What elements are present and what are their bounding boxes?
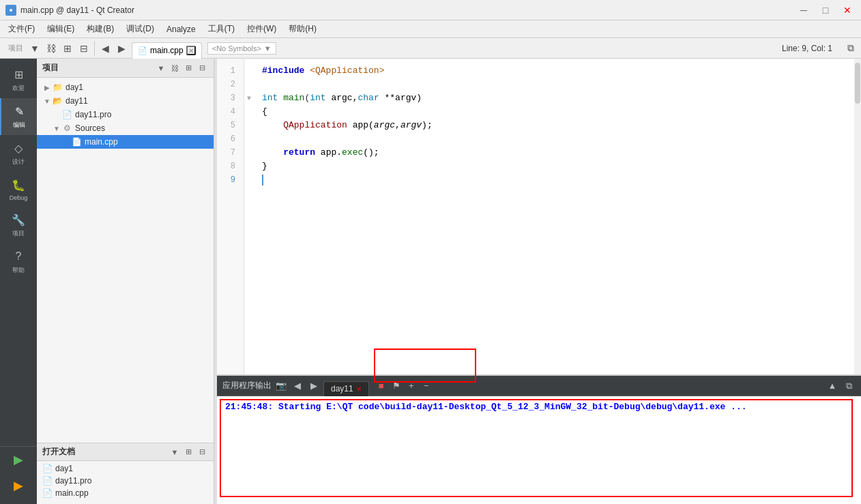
- doc-item-day1[interactable]: 📄 day1: [37, 462, 214, 475]
- output-toolbar: 应用程序输出 📷 ◀ ▶ day11 ✕ ■: [217, 376, 861, 396]
- code-include-file: <QApplication>: [310, 64, 384, 78]
- day11-folder-icon: 📂: [52, 95, 63, 106]
- code-content[interactable]: #include <QApplication> int main(int arg…: [254, 59, 854, 374]
- sidebar-run-debug-btn[interactable]: ▶: [0, 473, 37, 499]
- minimize-button[interactable]: ─: [796, 4, 812, 16]
- sidebar-build-btn[interactable]: 🔧: [0, 499, 37, 504]
- code-argv-italic: argv: [400, 119, 422, 132]
- code-int-2: int: [310, 91, 331, 105]
- output-snapshot-btn[interactable]: 📷: [274, 379, 288, 393]
- tree-item-day11-pro[interactable]: 📄 day11.pro: [37, 108, 214, 121]
- code-argv: **argv): [385, 91, 422, 105]
- edit-icon: ✎: [12, 104, 27, 119]
- app-icon: [5, 5, 16, 16]
- output-day11-tab[interactable]: day11 ✕: [323, 381, 369, 396]
- panel-expand-btn[interactable]: ⊞: [182, 62, 194, 74]
- menu-file[interactable]: 文件(F): [3, 22, 40, 36]
- edit-label: 编辑: [13, 121, 25, 130]
- sidebar-item-help[interactable]: ? 帮助: [0, 243, 37, 280]
- doc-item-pro[interactable]: 📄 day11.pro: [37, 475, 214, 487]
- menu-edit[interactable]: 编辑(E): [42, 22, 80, 36]
- tree-item-day1[interactable]: ▶ 📁 day1: [37, 80, 214, 94]
- project-panel-header: 项目 ▼ ⛓ ⊞ ⊟: [37, 59, 214, 78]
- open-docs-header: 打开文档 ▼ ⊞ ⊟: [37, 443, 214, 461]
- main-container: ⊞ 欢迎 ✎ 编辑 ◇ 设计 🐛 Debug 🔧 项目 ? 帮助: [0, 59, 861, 504]
- expand-btn[interactable]: ⊞: [60, 41, 75, 56]
- open-docs-btn1[interactable]: ▼: [169, 446, 181, 458]
- filter-btn[interactable]: ▼: [27, 41, 42, 56]
- sources-icon: ⚙: [61, 123, 72, 134]
- menu-controls[interactable]: 控件(W): [242, 22, 282, 36]
- code-return-kw: return: [283, 146, 321, 160]
- tree-item-maincpp[interactable]: 📄 main.cpp: [37, 135, 214, 149]
- menu-help[interactable]: 帮助(H): [283, 22, 322, 36]
- nav-forward-btn[interactable]: ▶: [114, 41, 129, 56]
- day11pro-arrow: [52, 110, 61, 119]
- sidebar-run-btn[interactable]: ▶: [0, 447, 37, 473]
- line-num-1: 1: [217, 64, 239, 78]
- tab-close-btn[interactable]: ✕: [186, 46, 196, 55]
- welcome-icon: ⊞: [11, 67, 26, 82]
- output-next-btn[interactable]: ▶: [307, 379, 321, 393]
- cursor: [262, 175, 263, 186]
- output-controls: ■ ⚑ + −: [375, 379, 433, 393]
- open-docs-panel: 打开文档 ▼ ⊞ ⊟ 📄 day1 📄: [37, 443, 214, 504]
- panel-toolbar: ▼ ⛓ ⊞ ⊟: [155, 62, 208, 74]
- code-editor[interactable]: 1 2 3 4 5 6 7 8 9 ▼: [217, 59, 861, 374]
- code-line-7: return app.exec();: [262, 146, 846, 160]
- code-line-4: {: [262, 105, 846, 119]
- open-docs-btn3[interactable]: ⊟: [196, 446, 208, 458]
- code-line-5: QApplication app(argc,argv);: [262, 119, 846, 132]
- output-area-wrapper: 应用程序输出 📷 ◀ ▶ day11 ✕ ■: [217, 374, 861, 504]
- help-icon: ?: [11, 249, 26, 264]
- collapse-btn[interactable]: ⊟: [76, 41, 91, 56]
- output-maximize-btn[interactable]: ▲: [826, 379, 839, 393]
- symbols-dropdown[interactable]: <No Symbols> ▼: [207, 42, 276, 55]
- sidebar-item-welcome[interactable]: ⊞ 欢迎: [0, 61, 37, 98]
- design-icon: ◇: [11, 140, 26, 155]
- code-line-6: [262, 132, 846, 146]
- output-flag-btn[interactable]: ⚑: [390, 379, 403, 393]
- split-editor-btn[interactable]: ⧉: [843, 41, 858, 56]
- sync-btn[interactable]: ⛓: [44, 41, 59, 56]
- menu-debug[interactable]: 调试(D): [121, 22, 160, 36]
- output-remove-btn[interactable]: −: [420, 379, 433, 393]
- tree-item-day11[interactable]: ▼ 📂 day11: [37, 94, 214, 108]
- nav-back-btn[interactable]: ◀: [98, 41, 113, 56]
- panel-link-btn[interactable]: ⛓: [169, 62, 181, 74]
- menu-tools[interactable]: 工具(T): [203, 22, 240, 36]
- output-add-btn[interactable]: +: [405, 379, 418, 393]
- active-file-tab[interactable]: 📄 main.cpp ✕: [132, 42, 202, 59]
- menu-build[interactable]: 构建(B): [81, 22, 119, 36]
- panel-split: 项目 ▼ ⛓ ⊞ ⊟ ▶ 📁 day1: [37, 59, 214, 504]
- line-num-9: 9: [217, 173, 239, 187]
- output-text: 21:45:48: Starting E:\QT code\build-day1…: [225, 402, 853, 412]
- line-num-8: 8: [217, 160, 239, 173]
- sidebar-item-design[interactable]: ◇ 设计: [0, 135, 37, 172]
- panel-filter-btn[interactable]: ▼: [155, 62, 167, 74]
- output-prev-btn[interactable]: ◀: [291, 379, 304, 393]
- close-button[interactable]: ✕: [839, 4, 856, 16]
- tree-item-sources[interactable]: ▼ ⚙ Sources: [37, 121, 214, 135]
- sidebar-item-project[interactable]: 🔧 项目: [0, 207, 37, 243]
- doc-pro-label: day11.pro: [55, 476, 91, 486]
- output-split-btn[interactable]: ⧉: [842, 379, 856, 393]
- line-num-5: 5: [217, 119, 239, 132]
- output-stop-btn[interactable]: ■: [375, 379, 388, 393]
- menu-analyze[interactable]: Analyze: [161, 23, 201, 35]
- open-docs-btn2[interactable]: ⊞: [182, 446, 194, 458]
- output-tab-close[interactable]: ✕: [356, 385, 362, 393]
- sidebar-item-edit[interactable]: ✎ 编辑: [0, 98, 37, 135]
- project-label: 项目: [5, 43, 26, 53]
- output-side-btns: ▲ ⧉: [826, 379, 856, 393]
- doc-item-main[interactable]: 📄 main.cpp: [37, 487, 214, 499]
- maximize-button[interactable]: □: [817, 4, 834, 16]
- code-app-exec: app.: [321, 146, 342, 160]
- day11-arrow: ▼: [42, 96, 52, 106]
- code-scrollbar-thumb[interactable]: [855, 63, 860, 104]
- fold-marker-3[interactable]: ▼: [244, 91, 254, 105]
- code-scrollbar[interactable]: [854, 59, 861, 374]
- sidebar-item-debug[interactable]: 🐛 Debug: [0, 172, 37, 207]
- panel-collapse-btn[interactable]: ⊟: [196, 62, 208, 74]
- project-tree: ▶ 📁 day1 ▼ 📂 day11 📄: [37, 78, 214, 443]
